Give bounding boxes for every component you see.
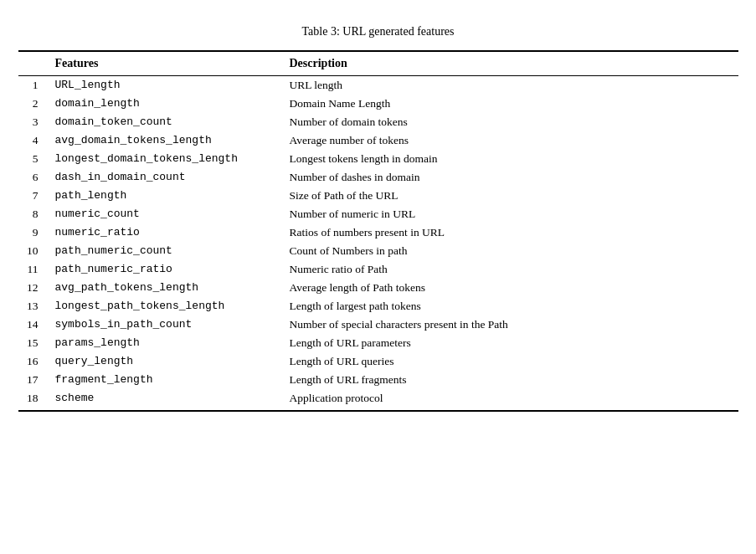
row-description: Number of dashes in domain	[283, 168, 738, 187]
table-row: 16query_lengthLength of URL queries	[18, 352, 738, 371]
table-row: 2domain_lengthDomain Name Length	[18, 95, 738, 113]
row-number: 17	[18, 371, 49, 389]
table-row: 5longest_domain_tokens_lengthLongest tok…	[18, 150, 738, 168]
table-row: 14symbols_in_path_countNumber of special…	[18, 315, 738, 334]
row-feature: avg_domain_tokens_length	[49, 131, 283, 150]
row-description: Number of special characters present in …	[283, 315, 738, 334]
col-header-num	[18, 51, 49, 76]
row-number: 15	[18, 334, 49, 352]
row-number: 14	[18, 315, 49, 334]
table-row: 4avg_domain_tokens_lengthAverage number …	[18, 131, 738, 150]
row-number: 13	[18, 297, 49, 315]
table-caption: Table 3: URL generated features	[18, 25, 738, 38]
row-description: Count of Numbers in path	[283, 242, 738, 260]
row-number: 6	[18, 168, 49, 187]
col-header-features: Features	[49, 51, 283, 76]
row-description: Length of largest path tokens	[283, 297, 738, 315]
row-number: 9	[18, 223, 49, 242]
row-description: Length of URL queries	[283, 352, 738, 371]
row-number: 2	[18, 95, 49, 113]
table-row: 9numeric_ratioRatios of numbers present …	[18, 223, 738, 242]
row-number: 3	[18, 113, 49, 131]
row-feature: avg_path_tokens_length	[49, 279, 283, 297]
row-number: 8	[18, 205, 49, 223]
table-row: 1URL_lengthURL length	[18, 76, 738, 95]
table-row: 13longest_path_tokens_lengthLength of la…	[18, 297, 738, 315]
row-feature: domain_length	[49, 95, 283, 113]
row-number: 10	[18, 242, 49, 260]
row-number: 18	[18, 389, 49, 411]
row-feature: URL_length	[49, 76, 283, 95]
row-description: Longest tokens length in domain	[283, 150, 738, 168]
row-feature: symbols_in_path_count	[49, 315, 283, 334]
table-container: Table 3: URL generated features Features…	[18, 25, 738, 412]
table-row: 6dash_in_domain_countNumber of dashes in…	[18, 168, 738, 187]
table-row: 18schemeApplication protocol	[18, 389, 738, 411]
row-feature: dash_in_domain_count	[49, 168, 283, 187]
row-number: 11	[18, 260, 49, 279]
row-number: 16	[18, 352, 49, 371]
table-row: 8numeric_countNumber of numeric in URL	[18, 205, 738, 223]
row-feature: scheme	[49, 389, 283, 411]
row-description: Average length of Path tokens	[283, 279, 738, 297]
table-row: 17fragment_lengthLength of URL fragments	[18, 371, 738, 389]
row-feature: path_numeric_ratio	[49, 260, 283, 279]
row-feature: numeric_ratio	[49, 223, 283, 242]
table-row: 12avg_path_tokens_lengthAverage length o…	[18, 279, 738, 297]
row-description: Size of Path of the URL	[283, 187, 738, 205]
table-row: 11path_numeric_ratioNumeric ratio of Pat…	[18, 260, 738, 279]
row-feature: longest_path_tokens_length	[49, 297, 283, 315]
row-number: 5	[18, 150, 49, 168]
row-description: Length of URL parameters	[283, 334, 738, 352]
table-row: 7path_lengthSize of Path of the URL	[18, 187, 738, 205]
row-feature: path_numeric_count	[49, 242, 283, 260]
row-number: 4	[18, 131, 49, 150]
row-feature: params_length	[49, 334, 283, 352]
row-description: Ratios of numbers present in URL	[283, 223, 738, 242]
row-feature: domain_token_count	[49, 113, 283, 131]
row-feature: query_length	[49, 352, 283, 371]
row-feature: fragment_length	[49, 371, 283, 389]
table-row: 10path_numeric_countCount of Numbers in …	[18, 242, 738, 260]
row-number: 1	[18, 76, 49, 95]
table-row: 15params_lengthLength of URL parameters	[18, 334, 738, 352]
features-table: Features Description 1URL_lengthURL leng…	[18, 50, 738, 412]
row-feature: path_length	[49, 187, 283, 205]
row-description: Length of URL fragments	[283, 371, 738, 389]
row-description: Domain Name Length	[283, 95, 738, 113]
row-description: Numeric ratio of Path	[283, 260, 738, 279]
col-header-description: Description	[283, 51, 738, 76]
row-feature: numeric_count	[49, 205, 283, 223]
row-description: URL length	[283, 76, 738, 95]
table-row: 3domain_token_countNumber of domain toke…	[18, 113, 738, 131]
row-description: Average number of tokens	[283, 131, 738, 150]
row-description: Number of numeric in URL	[283, 205, 738, 223]
row-number: 12	[18, 279, 49, 297]
row-feature: longest_domain_tokens_length	[49, 150, 283, 168]
row-description: Number of domain tokens	[283, 113, 738, 131]
row-number: 7	[18, 187, 49, 205]
row-description: Application protocol	[283, 389, 738, 411]
